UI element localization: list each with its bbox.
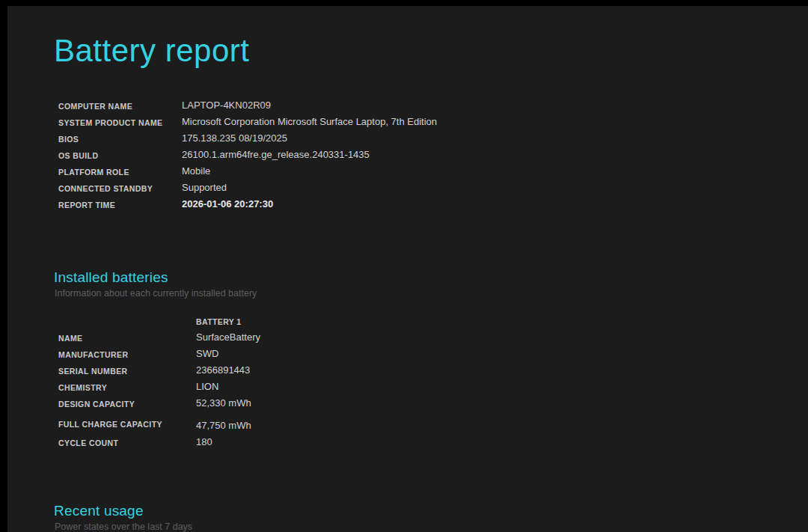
battery-label: SERIAL NUMBER bbox=[54, 362, 196, 379]
battery-column-header: BATTERY 1 bbox=[196, 315, 260, 329]
battery-details-table: BATTERY 1 NAME SurfaceBattery MANUFACTUR… bbox=[54, 315, 260, 450]
battery-value: LION bbox=[196, 379, 260, 395]
battery-label: CHEMISTRY bbox=[54, 379, 196, 395]
info-value: LAPTOP-4KN02R09 bbox=[182, 97, 437, 114]
info-label: COMPUTER NAME bbox=[54, 97, 182, 114]
battery-value: 47,750 mWh bbox=[196, 412, 260, 434]
info-value: Mobile bbox=[182, 163, 437, 180]
section-subtitle: Power states over the last 7 days bbox=[55, 522, 793, 532]
battery-label: NAME bbox=[54, 329, 196, 346]
table-row: CONNECTED STANDBY Supported bbox=[54, 180, 437, 196]
battery-label: FULL CHARGE CAPACITY bbox=[54, 412, 196, 434]
section-heading: Installed batteries bbox=[54, 269, 793, 286]
recent-usage-section: Recent usage Power states over the last … bbox=[54, 503, 793, 532]
info-value: Supported bbox=[182, 180, 437, 196]
table-row: CYCLE COUNT 180 bbox=[54, 434, 260, 450]
battery-label: DESIGN CAPACITY bbox=[54, 395, 196, 412]
section-subtitle: Information about each currently install… bbox=[55, 288, 793, 299]
installed-batteries-section: Installed batteries Information about ea… bbox=[54, 269, 793, 450]
report-time-value: 2026-01-06 20:27:30 bbox=[182, 196, 437, 213]
info-label: OS BUILD bbox=[54, 147, 182, 163]
table-row: BATTERY 1 bbox=[54, 315, 260, 329]
info-label: REPORT TIME bbox=[54, 196, 182, 213]
info-label: CONNECTED STANDBY bbox=[54, 180, 182, 196]
info-value: 175.138.235 08/19/2025 bbox=[182, 130, 437, 147]
section-heading: Recent usage bbox=[54, 503, 793, 519]
table-row: REPORT TIME 2026-01-06 20:27:30 bbox=[54, 196, 437, 213]
table-row: FULL CHARGE CAPACITY 47,750 mWh bbox=[54, 412, 260, 434]
page-title: Battery report bbox=[54, 33, 793, 69]
table-row: OS BUILD 26100.1.arm64fre.ge_release.240… bbox=[54, 147, 437, 163]
info-value: Microsoft Corporation Microsoft Surface … bbox=[182, 114, 437, 130]
battery-value: 52,330 mWh bbox=[196, 395, 260, 412]
battery-value: 180 bbox=[196, 434, 260, 450]
battery-value: 2366891443 bbox=[196, 362, 260, 379]
table-row: DESIGN CAPACITY 52,330 mWh bbox=[54, 395, 260, 412]
table-row: SERIAL NUMBER 2366891443 bbox=[54, 362, 260, 379]
battery-label: MANUFACTURER bbox=[54, 346, 196, 362]
battery-value: SWD bbox=[196, 346, 260, 362]
info-label: PLATFORM ROLE bbox=[54, 163, 182, 180]
info-value: 26100.1.arm64fre.ge_release.240331-1435 bbox=[182, 147, 437, 163]
table-row: NAME SurfaceBattery bbox=[54, 329, 260, 346]
system-info-table: COMPUTER NAME LAPTOP-4KN02R09 SYSTEM PRO… bbox=[54, 97, 437, 213]
info-label: SYSTEM PRODUCT NAME bbox=[54, 114, 182, 130]
battery-report-page: Battery report COMPUTER NAME LAPTOP-4KN0… bbox=[7, 6, 808, 532]
table-row: MANUFACTURER SWD bbox=[54, 346, 260, 362]
table-row: BIOS 175.138.235 08/19/2025 bbox=[54, 130, 437, 147]
battery-label: CYCLE COUNT bbox=[54, 434, 196, 450]
table-row: COMPUTER NAME LAPTOP-4KN02R09 bbox=[54, 97, 437, 114]
battery-value: SurfaceBattery bbox=[196, 329, 260, 346]
table-row: CHEMISTRY LION bbox=[54, 379, 260, 395]
table-row: SYSTEM PRODUCT NAME Microsoft Corporatio… bbox=[54, 114, 437, 130]
table-row: PLATFORM ROLE Mobile bbox=[54, 163, 437, 180]
info-label: BIOS bbox=[54, 130, 182, 147]
